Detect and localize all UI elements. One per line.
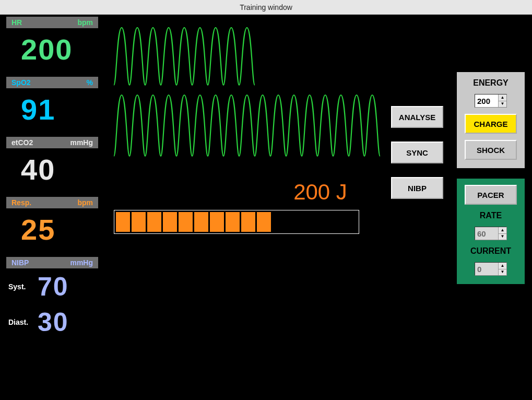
energy-input[interactable] <box>475 95 498 107</box>
vitals-column: HR bpm 200 SpO2 % 91 etCO2 mmHg 40 Resp.… <box>0 15 104 400</box>
rate-down-icon[interactable]: ▼ <box>499 234 506 240</box>
current-spinner[interactable]: ▲ ▼ <box>475 262 507 276</box>
shock-button[interactable]: SHOCK <box>465 140 517 160</box>
rate-spinner[interactable]: ▲ ▼ <box>475 227 507 240</box>
charge-segment <box>132 212 146 232</box>
nibp-systolic-row: Syst. 70 <box>6 268 98 304</box>
vital-spo2-value: 91 <box>6 88 98 133</box>
vital-nibp-unit: mmHg <box>70 258 93 267</box>
nibp-diastolic-value: 30 <box>38 307 69 337</box>
charge-segment <box>163 212 177 232</box>
vital-spo2-label: SpO2 <box>11 78 31 87</box>
rate-up-icon[interactable]: ▲ <box>499 227 506 234</box>
vital-hr-header: HR bpm <box>6 17 98 28</box>
window-title: Training window <box>0 0 532 15</box>
vital-hr-unit: bpm <box>77 18 93 27</box>
current-up-icon[interactable]: ▲ <box>499 263 506 269</box>
pacer-panel: PACER RATE ▲ ▼ CURRENT ▲ ▼ <box>457 179 525 284</box>
nibp-systolic-value: 70 <box>38 272 69 302</box>
rate-label: RATE <box>480 211 502 220</box>
vital-resp-unit: bpm <box>77 198 93 207</box>
charge-segment <box>226 212 240 232</box>
charge-segment <box>116 212 130 232</box>
vital-etco2-label: etCO2 <box>11 138 33 147</box>
pacer-button[interactable]: PACER <box>465 185 517 205</box>
vital-hr-label: HR <box>11 18 22 27</box>
vital-etco2-unit: mmHg <box>70 138 93 147</box>
charge-button[interactable]: CHARGE <box>465 114 517 134</box>
current-label: CURRENT <box>470 246 511 256</box>
action-buttons: ANALYSE SYNC NIBP <box>391 106 443 199</box>
current-input[interactable] <box>475 263 498 275</box>
energy-up-icon[interactable]: ▲ <box>499 95 506 101</box>
rate-input[interactable] <box>475 227 498 240</box>
vital-resp-value: 25 <box>6 208 98 253</box>
vital-etco2: etCO2 mmHg 40 <box>0 137 104 197</box>
nibp-diastolic-row: Diast. 30 <box>6 304 98 339</box>
vital-etco2-value: 40 <box>6 148 98 193</box>
vital-spo2-header: SpO2 % <box>6 77 98 88</box>
ecg-waveform-1 <box>114 25 260 88</box>
energy-spinner[interactable]: ▲ ▼ <box>475 94 507 108</box>
app-root: HR bpm 200 SpO2 % 91 etCO2 mmHg 40 Resp.… <box>0 15 532 400</box>
vital-etco2-header: etCO2 mmHg <box>6 137 98 148</box>
vital-hr: HR bpm 200 <box>0 17 104 77</box>
vital-resp-label: Resp. <box>11 198 31 207</box>
vital-nibp-label: NIBP <box>11 258 29 267</box>
energy-down-icon[interactable]: ▼ <box>499 101 506 108</box>
sync-button[interactable]: SYNC <box>391 142 443 163</box>
charge-segment <box>257 212 271 232</box>
nibp-button[interactable]: NIBP <box>391 177 443 199</box>
vital-spo2-unit: % <box>87 78 93 87</box>
charge-segment <box>194 212 208 232</box>
nibp-systolic-label: Syst. <box>8 283 31 291</box>
ecg-waveform-2 <box>114 91 380 159</box>
vital-nibp: NIBP mmHg Syst. 70 Diast. 30 <box>0 257 104 339</box>
charge-segment <box>241 212 255 232</box>
charge-segment <box>179 212 193 232</box>
current-down-icon[interactable]: ▼ <box>499 269 506 276</box>
charge-progress-bar <box>114 210 359 234</box>
right-panels: ENERGY ▲ ▼ CHARGE SHOCK PACER RATE ▲ ▼ <box>457 72 525 284</box>
vital-spo2: SpO2 % 91 <box>0 77 104 137</box>
charge-segment <box>147 212 161 232</box>
analyse-button[interactable]: ANALYSE <box>391 106 443 128</box>
vital-hr-value: 200 <box>6 28 98 73</box>
vital-resp: Resp. bpm 25 <box>0 197 104 257</box>
energy-panel: ENERGY ▲ ▼ CHARGE SHOCK <box>457 72 525 168</box>
energy-title: ENERGY <box>473 78 509 88</box>
nibp-diastolic-label: Diast. <box>8 318 31 326</box>
charge-segment <box>210 212 224 232</box>
vital-nibp-header: NIBP mmHg <box>6 257 98 268</box>
vital-resp-header: Resp. bpm <box>6 197 98 208</box>
